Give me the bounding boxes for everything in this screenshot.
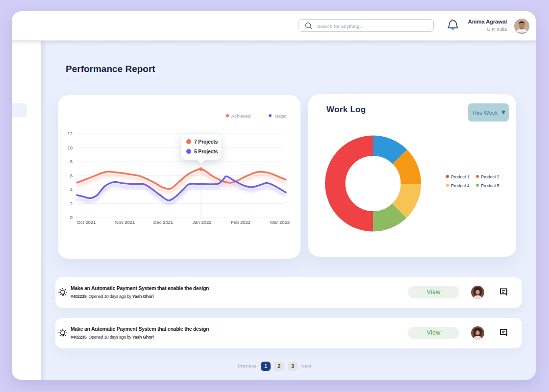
svg-text:2: 2 [70, 201, 73, 206]
svg-text:0: 0 [70, 215, 73, 220]
svg-text:8: 8 [70, 159, 73, 164]
svg-text:10: 10 [67, 145, 73, 150]
svg-text:4: 4 [70, 187, 73, 192]
svg-text:6: 6 [70, 173, 73, 178]
svg-text:Feb 2022: Feb 2022 [231, 220, 250, 225]
svg-text:Nov 2021: Nov 2021 [115, 220, 135, 225]
svg-text:Mar 2022: Mar 2022 [270, 220, 290, 225]
svg-text:Jan 2022: Jan 2022 [192, 220, 211, 225]
svg-text:Dec 2021: Dec 2021 [153, 220, 174, 225]
svg-text:12: 12 [67, 131, 73, 136]
svg-text:Oct 2021: Oct 2021 [77, 220, 96, 225]
